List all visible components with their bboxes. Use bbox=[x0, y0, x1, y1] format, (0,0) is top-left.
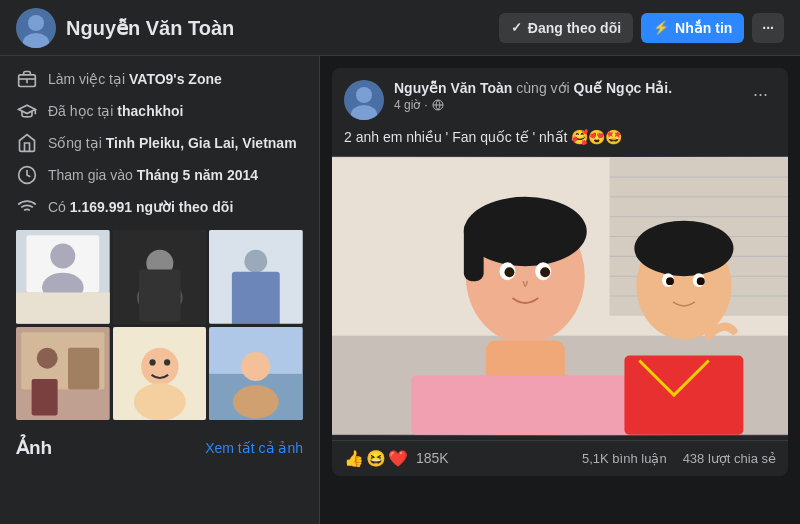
svg-point-23 bbox=[37, 347, 58, 368]
tagged-user: Quế Ngọc Hải bbox=[574, 80, 669, 96]
check-icon: ✓ bbox=[511, 20, 522, 35]
svg-rect-58 bbox=[411, 375, 639, 434]
svg-point-55 bbox=[504, 267, 514, 277]
like-emoji: 👍 bbox=[344, 449, 364, 468]
svg-point-63 bbox=[666, 277, 674, 285]
info-school: Đã học tại thachkhoi bbox=[16, 100, 303, 122]
graduation-icon bbox=[16, 100, 38, 122]
svg-point-36 bbox=[356, 87, 372, 103]
info-workplace: Làm việc tại VATO9's Zone bbox=[16, 68, 303, 90]
school-text: Đã học tại thachkhoi bbox=[48, 103, 183, 119]
photo-cell-6[interactable] bbox=[209, 327, 303, 421]
svg-point-33 bbox=[242, 352, 271, 381]
post-reactions-bar: 👍 😆 ❤️ 185K 5,1K bình luận 438 lượt chia… bbox=[332, 440, 788, 476]
profile-sidebar: Làm việc tại VATO9's Zone Đã học tại tha… bbox=[0, 56, 320, 524]
follow-button[interactable]: ✓ Đang theo dõi bbox=[499, 13, 633, 43]
info-followers: Có 1.169.991 người theo dõi bbox=[16, 196, 303, 218]
reaction-emoji-list: 👍 😆 ❤️ bbox=[344, 449, 408, 468]
news-feed: Nguyễn Văn Toàn cùng với Quế Ngọc Hải. 4… bbox=[320, 56, 800, 524]
wifi-icon bbox=[16, 196, 38, 218]
post-image bbox=[332, 156, 788, 436]
photo-grid bbox=[16, 230, 303, 420]
svg-rect-25 bbox=[68, 347, 99, 389]
post-author-avatar bbox=[344, 80, 384, 120]
svg-point-34 bbox=[233, 385, 279, 418]
profile-header: Nguyễn Văn Toàn ✓ Đang theo dõi ⚡ Nhắn t… bbox=[0, 0, 800, 56]
message-label: Nhắn tin bbox=[675, 20, 732, 36]
time-text: 4 giờ bbox=[394, 98, 420, 112]
message-button[interactable]: ⚡ Nhắn tin bbox=[641, 13, 744, 43]
home-icon bbox=[16, 132, 38, 154]
period: . bbox=[668, 80, 672, 96]
shares-count[interactable]: 438 lượt chia sẻ bbox=[683, 451, 776, 466]
svg-rect-20 bbox=[209, 230, 303, 324]
with-text: cùng với bbox=[516, 80, 573, 96]
author-name: Nguyễn Văn Toàn bbox=[394, 80, 512, 96]
svg-point-29 bbox=[164, 359, 170, 365]
photo-cell-2[interactable] bbox=[113, 230, 207, 324]
svg-point-64 bbox=[697, 277, 705, 285]
photo-cell-3[interactable] bbox=[209, 230, 303, 324]
svg-rect-12 bbox=[16, 292, 110, 323]
reactions-left: 👍 😆 ❤️ 185K bbox=[344, 449, 449, 468]
heart-emoji: ❤️ bbox=[388, 449, 408, 468]
post-options-button[interactable]: ··· bbox=[745, 80, 776, 109]
post-author-name: Nguyễn Văn Toàn cùng với Quế Ngọc Hải. bbox=[394, 80, 735, 96]
svg-point-28 bbox=[149, 359, 155, 365]
svg-point-56 bbox=[540, 267, 550, 277]
post-content-text: 2 anh em nhiều ' Fan quốc tế ' nhất 🥰😍🤩 bbox=[332, 128, 788, 156]
post-photo-selfie bbox=[332, 156, 788, 436]
header-actions: ✓ Đang theo dõi ⚡ Nhắn tin ··· bbox=[499, 13, 784, 43]
messenger-icon: ⚡ bbox=[653, 20, 669, 35]
joined-text: Tham gia vào Tháng 5 năm 2014 bbox=[48, 167, 258, 183]
photo-cell-5[interactable] bbox=[113, 327, 207, 421]
info-joined: Tham gia vào Tháng 5 năm 2014 bbox=[16, 164, 303, 186]
svg-point-10 bbox=[50, 244, 75, 269]
info-location: Sống tại Tinh Pleiku, Gia Lai, Vietnam bbox=[16, 132, 303, 154]
post-time: 4 giờ · bbox=[394, 98, 735, 112]
svg-rect-16 bbox=[139, 270, 181, 322]
svg-rect-24 bbox=[32, 379, 58, 415]
post-image-inner bbox=[332, 156, 788, 436]
more-options-button[interactable]: ··· bbox=[752, 13, 784, 43]
follow-label: Đang theo dõi bbox=[528, 20, 621, 36]
reaction-count: 185K bbox=[416, 450, 449, 466]
post-meta: Nguyễn Văn Toàn cùng với Quế Ngọc Hải. 4… bbox=[394, 80, 735, 112]
public-icon bbox=[432, 99, 444, 111]
photos-section-header: Ảnh Xem tất cả ảnh bbox=[16, 436, 303, 459]
svg-rect-52 bbox=[464, 221, 484, 280]
post-header: Nguyễn Văn Toàn cùng với Quế Ngọc Hải. 4… bbox=[332, 68, 788, 128]
clock-icon bbox=[16, 164, 38, 186]
briefcase-icon bbox=[16, 68, 38, 90]
comments-count[interactable]: 5,1K bình luận bbox=[582, 451, 667, 466]
location-text: Sống tại Tinh Pleiku, Gia Lai, Vietnam bbox=[48, 135, 297, 151]
svg-rect-65 bbox=[624, 355, 743, 434]
reactions-right: 5,1K bình luận 438 lượt chia sẻ bbox=[582, 451, 776, 466]
header-avatar bbox=[16, 8, 56, 48]
svg-point-60 bbox=[634, 220, 733, 276]
photo-cell-1[interactable] bbox=[16, 230, 110, 324]
workplace-text: Làm việc tại VATO9's Zone bbox=[48, 71, 222, 87]
photo-cell-4[interactable] bbox=[16, 327, 110, 421]
view-all-photos-link[interactable]: Xem tất cả ảnh bbox=[205, 440, 303, 456]
post-card: Nguyễn Văn Toàn cùng với Quế Ngọc Hải. 4… bbox=[332, 68, 788, 476]
haha-emoji: 😆 bbox=[366, 449, 386, 468]
svg-point-30 bbox=[133, 383, 185, 420]
svg-point-1 bbox=[28, 15, 44, 31]
photos-section-title: Ảnh bbox=[16, 436, 52, 459]
main-content: Làm việc tại VATO9's Zone Đã học tại tha… bbox=[0, 56, 800, 524]
profile-name: Nguyễn Văn Toàn bbox=[66, 16, 499, 40]
followers-text: Có 1.169.991 người theo dõi bbox=[48, 199, 233, 215]
svg-point-27 bbox=[141, 347, 178, 384]
globe-icon: · bbox=[424, 98, 427, 112]
